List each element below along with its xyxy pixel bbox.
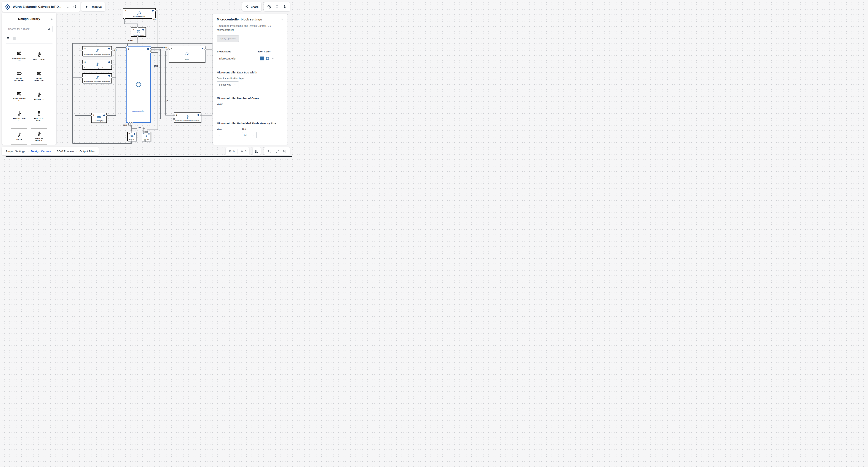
block-name-input[interactable] [217,55,253,62]
block-number: 9 [171,47,172,49]
databus-section-title: Microcontroller Data Bus Width [217,71,283,74]
adc-icon [36,111,42,116]
block-label: Microcontroller [127,110,150,112]
status-dot [147,48,149,50]
icon-color-label: Icon Color [258,50,280,53]
library-item[interactable]: ACTIVE LINEAR R... [11,88,27,104]
cores-value-input[interactable] [217,107,234,113]
grid-view-icon [13,37,16,40]
help-button[interactable] [267,4,272,9]
sensor-icon [36,131,42,137]
library-item[interactable]: ANGLE [11,128,27,144]
warning-counter[interactable]: 0 [238,149,249,154]
canvas-block[interactable]: 5 Environmental Sensing and Measurement [83,46,112,56]
library-item-label: ANGULAR VELOCIT... [32,138,46,142]
net-label-usb: USB [152,18,157,21]
warning-count: 0 [245,149,246,153]
resolve-button[interactable]: Resolve [81,2,105,11]
library-item-label: AIR QUALITY [34,99,44,101]
workflow-tabs: Project Settings›Design Canvas›BOM Previ… [2,147,99,156]
grid-view-toggle[interactable] [12,36,17,40]
block-label: Environmental Sensing and Measurement [83,67,111,69]
canvas-block[interactable]: 1 Microcontroller [126,46,151,123]
app-logo [4,4,11,10]
library-item[interactable]: ANALOG TO DIGIT... [31,108,47,124]
block-number: 2 [93,114,94,116]
sensor-icon [17,111,22,116]
tab-project-settings[interactable]: Project Settings [6,147,25,156]
library-item[interactable]: AIR QUALITY [31,88,47,104]
fit-view-button[interactable] [275,149,280,154]
led-display-icon [97,115,101,119]
chevron-down-icon [234,83,237,86]
canvas-block[interactable]: 11 RGB LED [142,132,151,141]
status-dot [134,133,135,135]
tab-design-canvas[interactable]: Design Canvas [31,147,51,156]
list-view-toggle[interactable] [6,36,10,40]
divider [217,92,283,92]
canvas-block[interactable]: 9 Wi-Fi [169,46,205,63]
tab-bom-preview[interactable]: BOM Preview [57,147,74,156]
error-counter[interactable]: 0 [226,149,238,154]
minimap-button[interactable] [252,147,261,155]
net-label-gpio-b1: GPIO [122,124,128,126]
library-item-grid: AC-DC VOLTAGE C... ACCELERATI... ACTIVE … [2,48,56,144]
library-item[interactable]: ACTIVE CONVERSI... [31,68,47,84]
apply-updates-button[interactable]: Apply updates [217,35,239,42]
share-button[interactable]: Share [242,2,261,11]
canvas-block[interactable]: 3 Power Conversion [131,27,146,37]
divider [217,142,283,142]
zoom-in-button[interactable] [282,149,287,154]
canvas-block[interactable]: 4 USB Connector [123,8,156,19]
canvas-block[interactable]: 10 Tactile Pu... [127,132,136,141]
status-dot [143,29,144,31]
redo-button[interactable] [72,4,78,9]
breadcrumb: Embedded Processing and Device Control /… [217,24,283,28]
canvas-bottom-edge [6,156,292,157]
flash-value-input[interactable] [217,132,234,138]
block-label: Power Conversion [132,34,145,36]
sensor-icon [17,132,22,138]
chevron-down-icon [271,57,275,60]
library-item[interactable]: ANGULAR VELOCIT... [31,128,47,144]
block-label: RGB LED [143,139,150,140]
library-item[interactable]: ACTIVE BALANCIN... [11,68,27,84]
block-label: Wi-Fi [169,59,205,60]
net-label-spi: SPI [166,99,170,101]
block-number: 6 [85,61,86,63]
sensor-icon [95,48,99,53]
panel-title: Microcontroller block settings [217,18,283,21]
zoom-out-button[interactable] [267,149,272,154]
block-label: Mechanical Sensing and Measurement [175,120,200,122]
library-item-label: ACCELERATI... [33,58,45,60]
design-library-title: Design Library [18,17,40,21]
undo-button[interactable] [65,4,70,9]
account-button[interactable] [282,4,287,9]
spec-type-select[interactable]: Select type [217,81,239,88]
notifications-button[interactable] [275,4,280,9]
share-label: Share [251,5,258,8]
close-panel-button[interactable] [280,17,284,22]
flash-unit-select[interactable]: bit [242,132,257,138]
library-item[interactable]: AC-DC VOLTAGE C... [11,48,27,64]
canvas-block[interactable]: 6 Environmental Sensing and Measurement [83,60,112,70]
flash-section-title: Microcontroller Embedded Flash Memory Si… [217,122,283,125]
block-search-input[interactable] [6,26,53,32]
block-number: 7 [85,74,86,77]
tab-output-files[interactable]: Output Files [80,147,95,156]
net-label-gpio-b2: GPIO [137,126,143,129]
warning-icon [240,149,244,153]
status-dot [197,114,199,116]
canvas-block[interactable]: 8 Mechanical Sensing and Measurement [174,112,201,123]
zoom-out-icon [268,149,272,153]
library-item[interactable]: ACCELERATI... [31,48,47,64]
tab-separator-icon: › [28,149,29,153]
bell-icon [275,5,279,9]
canvas-block[interactable]: 2 LED Display [91,113,107,123]
library-item[interactable]: AMBIENT LIGHT L... [11,108,27,124]
project-header-card: Würth Elektronik Calypso IoT D... [2,2,80,12]
sensor-icon [36,92,42,98]
canvas-block[interactable]: 7 Environmental Sensing and Measurement [83,73,112,83]
collapse-sidebar-button[interactable] [49,17,54,21]
icon-color-select[interactable] [258,55,280,62]
